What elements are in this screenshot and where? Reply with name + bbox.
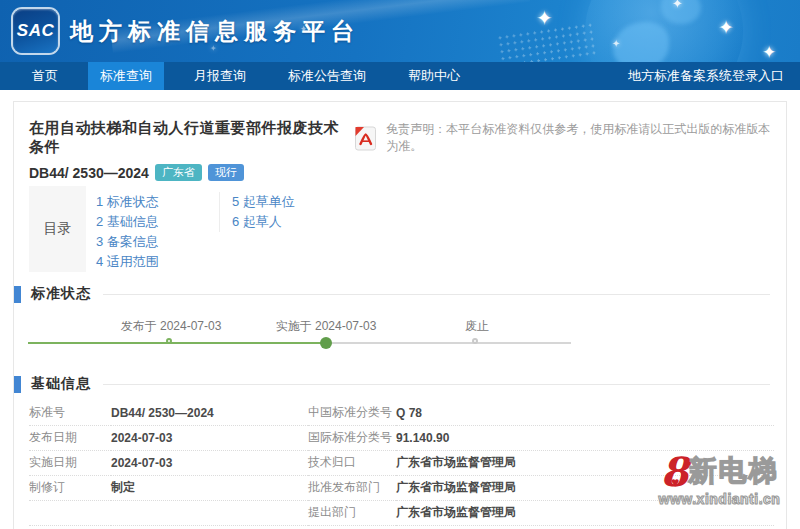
section-marker: [14, 376, 21, 393]
nav-item-help-center[interactable]: 帮助中心: [396, 62, 472, 90]
info-label: 批准发布部门: [308, 476, 396, 501]
info-value: [111, 501, 308, 526]
standard-number: DB44/ 2530—2024: [29, 165, 149, 181]
nav-item-home[interactable]: 首页: [20, 62, 70, 90]
toc-link-basic-info[interactable]: 2 基础信息: [96, 212, 219, 232]
timeline-label-implemented: 实施于 2024-07-03: [276, 318, 377, 335]
info-label: 国际标准分类号: [308, 426, 396, 451]
info-value: 制定: [111, 476, 308, 501]
toc-link-standard-status[interactable]: 1 标准状态: [96, 192, 219, 212]
timeline-node-implemented: [320, 337, 332, 349]
region-badge: 广东省: [155, 164, 202, 181]
info-value: 91.140.90: [396, 426, 774, 451]
nav-item-monthly-report[interactable]: 月报查询: [182, 62, 258, 90]
timeline-line-future: [326, 342, 571, 344]
status-badge: 现行: [208, 164, 244, 181]
timeline-label-published: 发布于 2024-07-03: [121, 318, 222, 335]
pdf-icon[interactable]: [353, 126, 378, 151]
info-label: 制修订: [29, 476, 111, 501]
toc-label: 目录: [29, 186, 86, 272]
sac-logo[interactable]: SAC: [13, 9, 58, 53]
section-divider: [103, 294, 770, 295]
info-label: 标准号: [29, 401, 111, 426]
info-label: 发布日期: [29, 426, 111, 451]
info-label: [29, 501, 111, 526]
toc-link-drafting-unit[interactable]: 5 起草单位: [232, 192, 295, 212]
info-label: 提出部门: [308, 501, 396, 526]
disclaimer-text: 免责声明：本平台标准资料仅供参考，使用标准请以正式出版的标准版本为准。: [386, 121, 771, 155]
page: ✦ ✦ ✦ ✦ ✦ ✦ ✦ SAC 地方标准信息服务平台 首页 标准查询 月报查…: [0, 0, 800, 529]
toc-link-filing-info[interactable]: 3 备案信息: [96, 232, 219, 252]
info-value: 广东省市场监督管理局: [396, 476, 774, 501]
site-title: 地方标准信息服务平台: [70, 0, 360, 62]
section-title-status: 标准状态: [31, 285, 91, 303]
table-row: 发布日期 2024-07-03 国际标准分类号 91.140.90: [29, 426, 774, 451]
section-title-basic-info: 基础信息: [31, 375, 91, 393]
content-card: 在用自动扶梯和自动人行道重要部件报废技术条件 免责声明：本平台标准资料仅供参考，…: [13, 101, 787, 529]
standard-title: 在用自动扶梯和自动人行道重要部件报废技术条件: [29, 119, 341, 157]
nav-item-announcement-query[interactable]: 标准公告查询: [276, 62, 378, 90]
nav-item-standard-query[interactable]: 标准查询: [88, 62, 164, 90]
section-divider: [103, 384, 770, 385]
info-value: DB44/ 2530—2024: [111, 401, 308, 426]
info-label: 中国标准分类号: [308, 401, 396, 426]
info-value: 广东省市场监督管理局: [396, 451, 774, 476]
info-value: 广东省市场监督管理局: [396, 501, 774, 526]
info-label: [29, 526, 111, 529]
timeline-node-abolished: [472, 338, 478, 344]
info-label: 行业分类: [308, 526, 396, 529]
table-of-contents: 目录 1 标准状态 2 基础信息 3 备案信息 4 适用范围 5 起草单位 6 …: [29, 186, 771, 272]
toc-link-drafter[interactable]: 6 起草人: [232, 212, 295, 232]
status-timeline: 发布于 2024-07-03 实施于 2024-07-03 废止: [28, 316, 571, 362]
dots-pattern: [496, 21, 596, 62]
basic-info-table: 标准号 DB44/ 2530—2024 中国标准分类号 Q 78 发布日期 20…: [29, 401, 774, 529]
timeline-line-active: [28, 342, 326, 344]
info-value: [111, 526, 308, 529]
info-label: 实施日期: [29, 451, 111, 476]
timeline-label-abolished: 废止: [465, 318, 489, 335]
table-row: 行业分类 水利、环境和公共设施管理业: [29, 526, 774, 529]
info-value: Q 78: [396, 401, 774, 426]
timeline-node-published: [166, 338, 172, 344]
table-row: 实施日期 2024-07-03 技术归口 广东省市场监督管理局: [29, 451, 774, 476]
info-label: 技术归口: [308, 451, 396, 476]
info-value: 水利、环境和公共设施管理业: [396, 526, 774, 529]
standard-header: 在用自动扶梯和自动人行道重要部件报废技术条件 免责声明：本平台标准资料仅供参考，…: [14, 102, 786, 186]
table-row: 提出部门 广东省市场监督管理局: [29, 501, 774, 526]
toc-link-scope[interactable]: 4 适用范围: [96, 252, 219, 272]
table-row: 制修订 制定 批准发布部门 广东省市场监督管理局: [29, 476, 774, 501]
sparkle-icon: ✦: [762, 42, 776, 62]
globe-icon: [585, 0, 743, 62]
site-header: ✦ ✦ ✦ ✦ ✦ ✦ ✦ SAC 地方标准信息服务平台: [0, 0, 800, 62]
info-value: 2024-07-03: [111, 451, 308, 476]
main-nav: 首页 标准查询 月报查询 标准公告查询 帮助中心 地方标准备案系统登录入口: [0, 62, 800, 90]
info-value: 2024-07-03: [111, 426, 308, 451]
section-header-basic-info: 基础信息: [14, 375, 786, 393]
section-header-status: 标准状态: [14, 285, 786, 303]
table-row: 标准号 DB44/ 2530—2024 中国标准分类号 Q 78: [29, 401, 774, 426]
section-marker: [14, 286, 21, 303]
filing-system-login-link[interactable]: 地方标准备案系统登录入口: [628, 62, 784, 90]
sac-logo-text: SAC: [17, 21, 54, 41]
